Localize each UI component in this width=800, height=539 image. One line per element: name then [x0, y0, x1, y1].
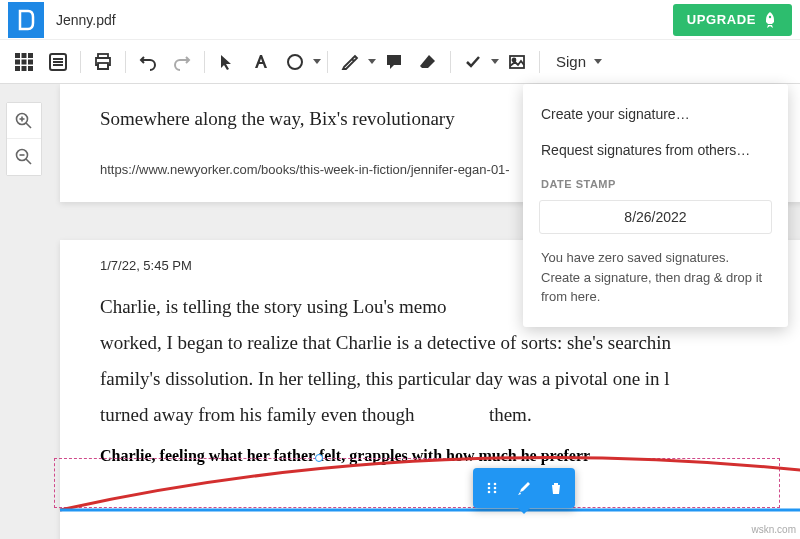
toolbar-separator: [450, 51, 451, 73]
chevron-down-icon: [491, 59, 499, 64]
chevron-down-icon: [313, 59, 321, 64]
highlighter-icon: [341, 53, 359, 71]
title-bar: Jenny.pdf UPGRADE: [0, 0, 800, 40]
erase-button[interactable]: [412, 46, 444, 78]
circle-icon: [286, 53, 304, 71]
undo-icon: [139, 53, 157, 71]
print-icon: [94, 53, 112, 71]
zoom-out-icon: [15, 148, 33, 166]
svg-rect-9: [28, 66, 33, 71]
image-button[interactable]: [501, 46, 533, 78]
annotation-selection[interactable]: [54, 458, 780, 508]
chevron-down-icon: [368, 59, 376, 64]
main-toolbar: Sign: [0, 40, 800, 84]
signatures-empty-note: You have zero saved signatures. Create a…: [523, 244, 788, 315]
body-line: worked, I began to realize that Charlie …: [100, 332, 671, 353]
trash-icon: [549, 481, 563, 495]
shape-tool-group[interactable]: [279, 46, 321, 78]
text-button[interactable]: [245, 46, 277, 78]
toolbar-separator: [80, 51, 81, 73]
comment-button[interactable]: [378, 46, 410, 78]
toolbar-separator: [125, 51, 126, 73]
svg-point-16: [288, 55, 302, 69]
body-line: turned away from his family even though: [100, 404, 414, 425]
date-stamp-value[interactable]: 8/26/2022: [539, 200, 772, 234]
check-icon: [464, 53, 482, 71]
print-button[interactable]: [87, 46, 119, 78]
svg-line-20: [26, 123, 31, 128]
outline-button[interactable]: [42, 46, 74, 78]
svg-point-0: [769, 15, 771, 17]
svg-point-28: [494, 483, 497, 486]
checkmark-button[interactable]: [457, 46, 489, 78]
page2-timestamp: 1/7/22, 5:45 PM: [100, 258, 192, 273]
toolbar-separator: [204, 51, 205, 73]
annotation-float-toolbar: [473, 468, 575, 508]
filename-label: Jenny.pdf: [56, 12, 116, 28]
zoom-controls: [6, 102, 42, 176]
brush-icon: [516, 480, 532, 496]
svg-point-32: [494, 491, 497, 494]
zoom-in-button[interactable]: [7, 103, 41, 139]
drag-handle-button[interactable]: [477, 474, 507, 502]
select-button[interactable]: [211, 46, 243, 78]
svg-point-30: [494, 487, 497, 490]
sign-label: Sign: [556, 53, 586, 70]
svg-rect-2: [22, 53, 27, 58]
image-icon: [508, 53, 526, 71]
create-signature-item[interactable]: Create your signature…: [523, 96, 788, 132]
zoom-in-icon: [15, 112, 33, 130]
shape-button[interactable]: [279, 46, 311, 78]
date-stamp-label: DATE STAMP: [523, 168, 788, 196]
highlight-tool-group[interactable]: [334, 46, 376, 78]
list-icon: [49, 53, 67, 71]
sign-button[interactable]: Sign: [546, 47, 612, 76]
svg-rect-3: [28, 53, 33, 58]
body-line: Charlie, is telling the story using Lou'…: [100, 296, 446, 317]
svg-rect-1: [15, 53, 20, 58]
watermark: wskn.com: [752, 524, 796, 535]
svg-point-29: [488, 487, 491, 490]
svg-point-31: [488, 491, 491, 494]
chevron-down-icon: [594, 59, 602, 64]
resize-handle[interactable]: [315, 454, 323, 462]
body-line: family's dissolution. In her telling, th…: [100, 368, 670, 389]
upgrade-button[interactable]: UPGRADE: [673, 4, 792, 36]
style-button[interactable]: [509, 474, 539, 502]
request-signatures-item[interactable]: Request signatures from others…: [523, 132, 788, 168]
text-icon: [252, 53, 270, 71]
svg-point-27: [488, 483, 491, 486]
delete-button[interactable]: [541, 474, 571, 502]
undo-button[interactable]: [132, 46, 164, 78]
check-tool-group[interactable]: [457, 46, 499, 78]
drag-icon: [485, 481, 499, 495]
thumbnails-button[interactable]: [8, 46, 40, 78]
svg-rect-7: [15, 66, 20, 71]
svg-rect-8: [22, 66, 27, 71]
comment-icon: [385, 53, 403, 71]
svg-rect-6: [28, 59, 33, 64]
redo-button[interactable]: [166, 46, 198, 78]
zoom-out-button[interactable]: [7, 139, 41, 175]
svg-line-24: [26, 159, 31, 164]
svg-rect-5: [22, 59, 27, 64]
highlight-button[interactable]: [334, 46, 366, 78]
grid-icon: [15, 53, 33, 71]
svg-rect-4: [15, 59, 20, 64]
app-logo: [8, 2, 44, 38]
svg-rect-15: [98, 63, 108, 69]
upgrade-label: UPGRADE: [687, 12, 756, 27]
eraser-icon: [419, 53, 437, 71]
sign-dropdown: Create your signature… Request signature…: [523, 84, 788, 327]
rocket-icon: [762, 12, 778, 28]
cursor-icon: [219, 54, 235, 70]
redo-icon: [173, 53, 191, 71]
toolbar-separator: [539, 51, 540, 73]
toolbar-separator: [327, 51, 328, 73]
body-line: them.: [489, 404, 532, 425]
